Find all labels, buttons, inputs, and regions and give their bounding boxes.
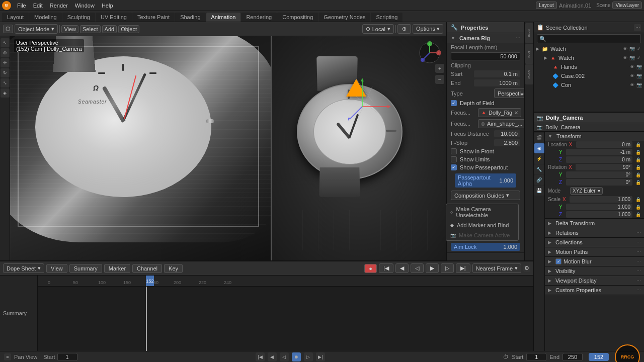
type-dropdown[interactable]: Perspective ▾ bbox=[494, 88, 524, 98]
ctx-add-marker[interactable]: ◆ Add Marker and Bind bbox=[446, 220, 518, 230]
tab-texture-paint[interactable]: Texture Paint bbox=[132, 13, 175, 22]
menu-edit[interactable]: Edit bbox=[30, 2, 46, 10]
watch-vis-icon[interactable]: 👁 bbox=[622, 46, 628, 52]
object-props-icon[interactable]: ◉ bbox=[534, 143, 544, 153]
loc-z-lock[interactable]: 🔒 bbox=[635, 157, 641, 162]
menu-window[interactable]: Window bbox=[72, 2, 98, 10]
header-editor-icon[interactable]: ⬡ bbox=[3, 25, 13, 33]
nearest-frame-dropdown[interactable]: Nearest Frame ▾ bbox=[472, 263, 521, 273]
watch-child-exc[interactable]: ✓ bbox=[636, 55, 642, 61]
focus-distance-val[interactable]: 10.000 bbox=[494, 130, 520, 137]
timeline-marker-btn[interactable]: Marker bbox=[104, 264, 130, 273]
scale-z-lock[interactable]: 🔒 bbox=[635, 212, 641, 217]
watch-render-icon[interactable]: 📷 bbox=[629, 46, 635, 52]
show-passepartout-checkbox[interactable] bbox=[451, 164, 457, 170]
timeline-channel-btn[interactable]: Channel bbox=[132, 264, 162, 273]
transform-header[interactable]: Delta Transform Transform ⋯ bbox=[545, 132, 644, 141]
rot-z-lock[interactable]: 🔒 bbox=[635, 180, 641, 185]
relations-header[interactable]: Relations ⋯ bbox=[545, 228, 644, 238]
show-passepartout-label[interactable]: Show Passepartout bbox=[451, 164, 520, 170]
tab-layout[interactable]: Layout bbox=[2, 13, 29, 22]
collections-header[interactable]: Collections ⋯ bbox=[545, 238, 644, 247]
viewport-display-header[interactable]: Viewport Display ⋯ bbox=[545, 276, 644, 286]
con-vis[interactable]: 👁 bbox=[629, 82, 635, 88]
hands-vis[interactable]: 👁 bbox=[629, 64, 635, 70]
timeline-next-btn[interactable]: ▶| bbox=[456, 263, 470, 273]
tree-watch-child[interactable]: ▶ 🔺 Watch 👁 📷 ✓ bbox=[534, 53, 644, 62]
menu-help[interactable]: Help bbox=[99, 2, 116, 10]
tab-geometry-nodes[interactable]: Geometry Nodes bbox=[318, 13, 370, 22]
status-play-btn[interactable]: ⏺ bbox=[292, 352, 301, 361]
snap-toggle[interactable]: ⊕ bbox=[397, 24, 411, 34]
hands-render[interactable]: 📷 bbox=[636, 64, 642, 70]
visibility-header[interactable]: Visibility ⋯ bbox=[545, 266, 644, 276]
loc-x-val[interactable]: 0 m bbox=[576, 141, 632, 148]
tab-shading[interactable]: Shading bbox=[175, 13, 205, 22]
dof-checkbox-label[interactable]: Depth of Field bbox=[451, 100, 520, 106]
show-limits-label[interactable]: Show Limits bbox=[451, 156, 520, 162]
delta-transform-header[interactable]: Delta Transform ⋯ bbox=[545, 219, 644, 228]
current-frame-val[interactable]: 152 bbox=[589, 353, 609, 361]
timeline-play-btn[interactable]: ▶ bbox=[426, 263, 439, 273]
menu-render[interactable]: Render bbox=[47, 2, 71, 10]
passepartout-alpha-bar[interactable]: Passepartout Alpha 1.000 bbox=[455, 173, 516, 188]
camera-rig-header[interactable]: Camera Rig ⋯ bbox=[447, 33, 524, 43]
aim-lock-bar[interactable]: Aim Lock 1.000 bbox=[451, 243, 520, 251]
tree-watch-collection[interactable]: ▶ 📁 Watch 👁 📷 ✓ bbox=[534, 44, 644, 53]
outliner-search-input[interactable] bbox=[537, 34, 641, 43]
view-layer-btn[interactable]: ViewLayer bbox=[612, 2, 642, 9]
tab-tool[interactable]: Tool bbox=[525, 44, 533, 64]
status-next-btn[interactable]: ▶| bbox=[316, 352, 325, 361]
scale-y-val[interactable]: 1.000 bbox=[566, 204, 632, 210]
tree-con[interactable]: 🔷 Con 👁 📷 bbox=[534, 80, 644, 89]
focus-val-1[interactable]: 🔺 Dolly_Rig ✕ bbox=[478, 108, 521, 117]
motion-blur-checkbox[interactable] bbox=[555, 258, 561, 264]
timeline-prev-key-btn[interactable]: ◁ bbox=[411, 263, 424, 273]
rot-x-val[interactable]: 90° bbox=[576, 164, 632, 170]
data-props-icon[interactable]: 💾 bbox=[534, 186, 544, 196]
timeline-start-btn[interactable]: |◀ bbox=[379, 263, 393, 273]
add-menu-btn[interactable]: Add bbox=[102, 25, 117, 33]
transform-tool[interactable]: ◈ bbox=[1, 88, 10, 98]
cursor-tool[interactable]: ⊕ bbox=[1, 48, 10, 57]
tab-animation[interactable]: Animation bbox=[206, 13, 241, 22]
focal-length-input[interactable]: 50.000 bbox=[451, 52, 520, 60]
show-limits-checkbox[interactable] bbox=[451, 156, 457, 162]
menu-file[interactable]: File bbox=[14, 2, 29, 10]
scale-x-lock[interactable]: 🔒 bbox=[635, 197, 641, 202]
constraint-props-icon[interactable]: 🔗 bbox=[534, 175, 544, 185]
tab-uv-editing[interactable]: UV Editing bbox=[96, 13, 132, 22]
timeline-next-key-btn[interactable]: ▷ bbox=[441, 263, 454, 273]
status-prev-key-btn[interactable]: ◁ bbox=[280, 352, 289, 361]
tab-compositing[interactable]: Compositing bbox=[277, 13, 318, 22]
select-tool[interactable]: ↖ bbox=[1, 38, 10, 47]
fstop-val[interactable]: 2.800 bbox=[494, 139, 520, 146]
move-tool[interactable]: ✛ bbox=[1, 58, 10, 67]
start-frame-input[interactable]: 1 bbox=[57, 353, 77, 361]
show-in-front-label[interactable]: Show in Front bbox=[451, 148, 520, 154]
object-menu-btn[interactable]: Object bbox=[118, 25, 139, 33]
focus-close-1[interactable]: ✕ bbox=[514, 110, 518, 116]
zoom-out-btn[interactable]: − bbox=[435, 75, 444, 84]
comp-guides-dropdown[interactable]: Composition Guides ▾ bbox=[451, 191, 520, 200]
tree-hands[interactable]: 🔺 Hands 👁 📷 bbox=[534, 62, 644, 71]
tab-rendering[interactable]: Rendering bbox=[241, 13, 277, 22]
show-in-front-checkbox[interactable] bbox=[451, 148, 457, 154]
loc-y-lock[interactable]: 🔒 bbox=[635, 150, 641, 155]
tab-scripting[interactable]: Scripting bbox=[371, 13, 403, 22]
dope-sheet-dropdown[interactable]: Dope Sheet ▾ bbox=[3, 263, 44, 273]
status-start-btn[interactable]: |◀ bbox=[256, 352, 265, 361]
rot-y-lock[interactable]: 🔒 bbox=[635, 172, 641, 177]
view-menu-btn[interactable]: View bbox=[61, 25, 78, 33]
scale-tool[interactable]: ⤡ bbox=[1, 78, 10, 87]
tab-modeling[interactable]: Modeling bbox=[29, 13, 62, 22]
case-vis[interactable]: 👁 bbox=[629, 73, 635, 79]
workspace-layout-btn[interactable]: Layout bbox=[536, 2, 557, 9]
timeline-options-btn[interactable]: ⚙ bbox=[523, 265, 530, 272]
outliner-filter-btn[interactable]: ⋯ bbox=[634, 24, 641, 31]
timeline-key-btn[interactable]: Key bbox=[164, 264, 183, 273]
scale-y-lock[interactable]: 🔒 bbox=[635, 205, 641, 210]
clipping-start-val[interactable]: 0.1 m bbox=[474, 70, 520, 77]
loc-x-lock[interactable]: 🔒 bbox=[635, 142, 641, 147]
watch-exclude-icon[interactable]: ✓ bbox=[636, 46, 642, 52]
